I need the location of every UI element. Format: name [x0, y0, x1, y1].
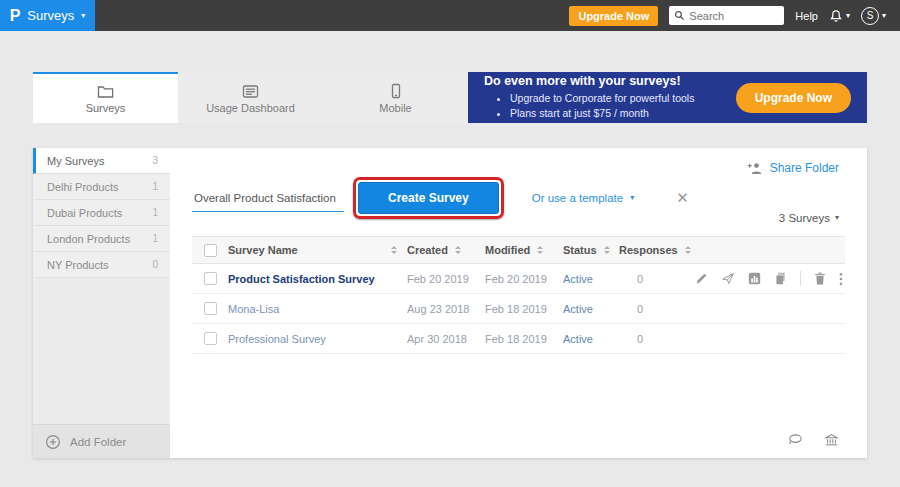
plus-circle-icon — [45, 434, 61, 450]
row-actions — [685, 271, 845, 286]
select-all-checkbox[interactable] — [204, 244, 217, 257]
folder-count: 1 — [152, 233, 158, 244]
row-name-cell: Product Satisfaction Survey — [228, 273, 407, 285]
tab-surveys[interactable]: Surveys — [33, 72, 178, 123]
folder-label: Dubai Products — [47, 207, 122, 219]
chevron-down-icon: ▾ — [882, 12, 886, 20]
share-person-icon — [747, 162, 763, 175]
share-folder-label: Share Folder — [770, 161, 839, 175]
copy-icon[interactable] — [774, 272, 787, 285]
survey-count-dropdown[interactable]: 3 Surveys ▾ — [779, 212, 839, 224]
survey-name-link[interactable]: Mona-Lisa — [228, 303, 279, 315]
chevron-down-icon: ▾ — [630, 194, 634, 202]
row-name-cell: Mona-Lisa — [228, 303, 407, 315]
banner-bullet: Plans start at just $75 / month — [510, 106, 694, 121]
banner-upgrade-button[interactable]: Upgrade Now — [736, 83, 851, 113]
header-modified[interactable]: Modified — [485, 244, 563, 256]
send-plane-icon[interactable] — [721, 272, 735, 285]
select-all-cell — [192, 244, 228, 257]
search-icon — [674, 10, 685, 21]
folder-label: London Products — [47, 233, 130, 245]
folder-icon — [97, 84, 114, 99]
tab-mobile[interactable]: Mobile — [323, 72, 468, 123]
tab-strip: Surveys Usage Dashboard Mobile — [33, 72, 468, 123]
folder-label: Delhi Products — [47, 181, 119, 193]
feedback-loop-icon[interactable] — [787, 433, 803, 447]
search-box[interactable] — [669, 6, 784, 25]
notifications-menu[interactable]: ▾ — [829, 9, 850, 23]
sidebar-item-delhi-products[interactable]: Delhi Products 1 — [33, 174, 170, 200]
bell-icon — [829, 9, 843, 23]
survey-count-label: 3 Surveys — [779, 212, 830, 224]
add-folder-button[interactable]: Add Folder — [33, 424, 170, 458]
row-responses: 0 — [619, 333, 685, 345]
sort-icon[interactable] — [604, 246, 610, 254]
delete-trash-icon[interactable] — [814, 272, 826, 285]
row-modified: Feb 18 2019 — [485, 303, 563, 315]
upgrade-now-button[interactable]: Upgrade Now — [569, 6, 658, 26]
tab-label: Surveys — [86, 102, 126, 114]
more-options-icon[interactable] — [839, 272, 843, 286]
sort-icon[interactable] — [391, 246, 397, 254]
row-responses: 0 — [619, 273, 685, 285]
archive-bank-icon[interactable] — [824, 433, 839, 447]
sidebar-item-london-products[interactable]: London Products 1 — [33, 226, 170, 252]
sidebar-item-ny-products[interactable]: NY Products 0 — [33, 252, 170, 278]
brand-menu[interactable]: P Surveys ▾ — [0, 0, 95, 31]
account-menu[interactable]: S ▾ — [861, 7, 886, 25]
analytics-chart-icon[interactable] — [748, 272, 761, 285]
help-link[interactable]: Help — [795, 10, 818, 22]
table-row: Product Satisfaction Survey Feb 20 2019 … — [192, 264, 845, 294]
row-created: Apr 30 2018 — [407, 333, 485, 345]
survey-name-link[interactable]: Product Satisfaction Survey — [228, 273, 375, 285]
row-created: Aug 23 2018 — [407, 303, 485, 315]
topbar-actions: Upgrade Now Help ▾ S ▾ — [569, 6, 900, 26]
folder-count: 1 — [152, 207, 158, 218]
survey-name-input[interactable] — [192, 185, 344, 212]
header-created[interactable]: Created — [407, 244, 485, 256]
brand-label: Surveys — [27, 8, 74, 23]
row-modified: Feb 18 2019 — [485, 333, 563, 345]
content-card: My Surveys 3 Delhi Products 1 Dubai Prod… — [33, 148, 867, 458]
header-label: Status — [563, 244, 597, 256]
banner-title: Do even more with your surveys! — [484, 74, 694, 88]
use-template-label: Or use a template — [532, 192, 623, 204]
status-badge: Active — [563, 303, 619, 315]
row-checkbox[interactable] — [204, 302, 217, 315]
surveys-page: { "topbar": { "logo": "P", "brand_label"… — [0, 0, 900, 487]
chevron-down-icon: ▾ — [846, 12, 850, 20]
app-logo: P — [10, 8, 21, 24]
panel-footer-icons — [787, 433, 839, 447]
header-status[interactable]: Status — [563, 244, 619, 256]
folder-count: 1 — [152, 181, 158, 192]
close-icon[interactable]: ✕ — [676, 189, 689, 207]
header-survey-name[interactable]: Survey Name — [228, 244, 407, 256]
top-bar: P Surveys ▾ Upgrade Now Help ▾ S ▾ — [0, 0, 900, 31]
surveys-table: Survey Name Created Modified Status Resp… — [192, 236, 845, 354]
search-input[interactable] — [689, 10, 779, 22]
create-survey-button[interactable]: Create Survey — [358, 182, 499, 214]
mobile-icon — [390, 83, 402, 99]
sort-icon[interactable] — [685, 246, 691, 254]
row-checkbox[interactable] — [204, 272, 217, 285]
tabs-banner-band: Surveys Usage Dashboard Mobile Do even m… — [33, 72, 867, 123]
chevron-down-icon: ▾ — [835, 214, 839, 222]
share-folder-button[interactable]: Share Folder — [747, 161, 839, 175]
create-survey-bar: Create Survey Or use a template ▾ ✕ — [192, 177, 689, 219]
surveys-panel: Share Folder Create Survey Or use a temp… — [170, 148, 867, 458]
row-check-cell — [192, 332, 228, 345]
edit-pencil-icon[interactable] — [695, 272, 708, 285]
sort-icon[interactable] — [537, 246, 543, 254]
sort-icon[interactable] — [455, 246, 461, 254]
tab-usage-dashboard[interactable]: Usage Dashboard — [178, 72, 323, 123]
row-checkbox[interactable] — [204, 332, 217, 345]
survey-name-link[interactable]: Professional Survey — [228, 333, 326, 345]
header-responses[interactable]: Responses — [619, 244, 685, 256]
sidebar-item-my-surveys[interactable]: My Surveys 3 — [33, 148, 170, 174]
folders-sidebar: My Surveys 3 Delhi Products 1 Dubai Prod… — [33, 148, 170, 458]
folder-count: 0 — [152, 259, 158, 270]
use-template-dropdown[interactable]: Or use a template ▾ — [532, 192, 634, 204]
header-label: Modified — [485, 244, 530, 256]
sidebar-item-dubai-products[interactable]: Dubai Products 1 — [33, 200, 170, 226]
chevron-down-icon: ▾ — [81, 12, 85, 20]
